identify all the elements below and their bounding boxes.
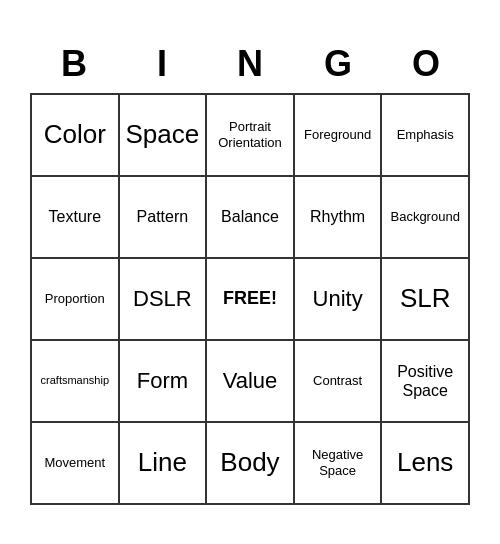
cell-r1-c3: Rhythm xyxy=(295,177,383,259)
cell-r3-c1: Form xyxy=(120,341,208,423)
header-letter: G xyxy=(294,39,382,89)
cell-r3-c2: Value xyxy=(207,341,295,423)
header-letter: O xyxy=(382,39,470,89)
cell-r4-c0: Movement xyxy=(32,423,120,505)
cell-r4-c4: Lens xyxy=(382,423,470,505)
cell-r2-c3: Unity xyxy=(295,259,383,341)
bingo-card: BINGO ColorSpacePortraitOrientationForeg… xyxy=(20,29,480,515)
cell-r3-c4: PositiveSpace xyxy=(382,341,470,423)
cell-r0-c4: Emphasis xyxy=(382,95,470,177)
cell-r2-c0: Proportion xyxy=(32,259,120,341)
cell-r1-c4: Background xyxy=(382,177,470,259)
cell-r0-c2: PortraitOrientation xyxy=(207,95,295,177)
cell-r4-c2: Body xyxy=(207,423,295,505)
cell-r4-c3: NegativeSpace xyxy=(295,423,383,505)
header-letter: B xyxy=(30,39,118,89)
bingo-grid: ColorSpacePortraitOrientationForegroundE… xyxy=(30,93,470,505)
cell-r3-c0: craftsmanship xyxy=(32,341,120,423)
cell-r3-c3: Contrast xyxy=(295,341,383,423)
header-letter: N xyxy=(206,39,294,89)
cell-r0-c0: Color xyxy=(32,95,120,177)
cell-r0-c1: Space xyxy=(120,95,208,177)
cell-r1-c2: Balance xyxy=(207,177,295,259)
cell-r4-c1: Line xyxy=(120,423,208,505)
cell-r1-c0: Texture xyxy=(32,177,120,259)
bingo-header: BINGO xyxy=(30,39,470,89)
cell-r2-c4: SLR xyxy=(382,259,470,341)
cell-r2-c2: FREE! xyxy=(207,259,295,341)
cell-r2-c1: DSLR xyxy=(120,259,208,341)
header-letter: I xyxy=(118,39,206,89)
cell-r1-c1: Pattern xyxy=(120,177,208,259)
cell-r0-c3: Foreground xyxy=(295,95,383,177)
